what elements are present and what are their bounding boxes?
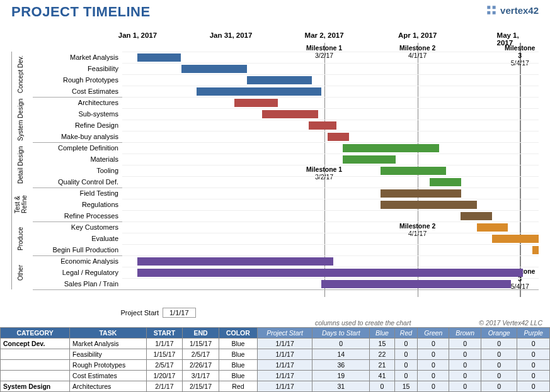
table-cell: 0 <box>517 349 550 360</box>
table-cell: 2/15/17 <box>183 381 219 392</box>
table-subheader: Green <box>418 328 449 339</box>
table-cell: 41 <box>370 371 394 381</box>
table-cell: 0 <box>418 371 449 381</box>
table-cell: 1/1/17 <box>258 339 312 349</box>
table-cell: 1/1/17 <box>146 339 183 349</box>
row-track <box>122 165 539 176</box>
gantt-bar <box>381 167 446 175</box>
table-cell: 0 <box>418 339 449 349</box>
row-label: Cost Estimates <box>33 87 122 95</box>
row-track <box>122 86 539 97</box>
gantt-row: Complete Definition <box>33 142 539 154</box>
table-cell: 0 <box>517 339 550 349</box>
gantt-row: Quality Control Def. <box>33 176 539 188</box>
table-cell: 1/15/17 <box>146 349 183 360</box>
gantt-bar <box>234 99 278 107</box>
gantt-row: Rough Prototypes <box>33 74 539 86</box>
gantt-bar <box>492 235 539 243</box>
gantt-bar <box>343 155 396 164</box>
table-cell: 22 <box>370 349 394 360</box>
table-cell: 0 <box>449 339 481 349</box>
gantt-chart: Jan 1, 2017Jan 31, 2017Mar 2, 2017Apr 1,… <box>11 23 539 300</box>
table-cell: 0 <box>418 349 449 360</box>
group-label: System Design <box>11 97 29 142</box>
gantt-row: Market Analysis <box>33 52 539 63</box>
gantt-bar <box>381 189 461 198</box>
row-label: Refine Processes <box>33 212 122 220</box>
gantt-row: Refine Processes <box>33 210 539 221</box>
axis-tick: Mar 2, 2017 <box>305 31 344 39</box>
table-cell: 1/1/17 <box>258 360 312 371</box>
gantt-bar <box>477 223 508 232</box>
table-cell: 0 <box>481 349 517 360</box>
table-header: TASK <box>70 328 147 339</box>
row-track <box>122 199 539 210</box>
row-track <box>122 244 539 255</box>
logo: vertex42 <box>485 4 539 16</box>
row-track <box>122 154 539 165</box>
table-cell: 0 <box>449 360 481 371</box>
row-label: Market Analysis <box>33 53 122 61</box>
row-label: Economic Analysis <box>33 257 122 265</box>
gantt-row: Cost Estimates <box>33 86 539 97</box>
table-cell: 1/1/17 <box>258 381 312 392</box>
logo-icon <box>485 4 498 16</box>
table-cell: Market Analysis <box>70 339 147 349</box>
copyright: © 2017 Vertex42 LLC <box>479 319 542 327</box>
row-label: Complete Definition <box>33 144 122 152</box>
table-cell: 0 <box>394 339 418 349</box>
group-label: Produce <box>11 221 29 255</box>
gantt-bar <box>321 280 511 288</box>
row-label: Begin Full Production <box>33 246 122 254</box>
group-label: Concept Dev. <box>11 52 29 97</box>
table-cell: 0 <box>312 339 370 349</box>
table-cell: 2/1/17 <box>146 381 183 392</box>
row-label: Evaluate <box>33 235 122 242</box>
row-track <box>122 142 539 154</box>
table-subheader: Red <box>394 328 418 339</box>
axis-tick: Jan 31, 2017 <box>210 31 253 39</box>
table-row: Feasibility1/15/172/5/17Blue1/1/17142200… <box>1 349 550 360</box>
row-label: Rough Prototypes <box>33 76 122 84</box>
columns-note: columns used to create the chart <box>0 319 479 327</box>
table-header: CATEGORY <box>1 328 70 339</box>
row-label: Materials <box>33 155 122 163</box>
row-label: Sub-systems <box>33 110 122 118</box>
row-track <box>122 176 539 188</box>
table-cell: 21 <box>370 360 394 371</box>
row-track <box>122 131 539 142</box>
table-subheader: Orange <box>481 328 517 339</box>
table-cell: Blue <box>219 339 257 349</box>
gantt-row: Make-buy analysis <box>33 131 539 142</box>
table-cell: 31 <box>312 381 370 392</box>
table-cell: Blue <box>219 349 257 360</box>
table-cell: Blue <box>219 371 257 381</box>
row-label: Key Customers <box>33 223 122 231</box>
table-cell: Feasibility <box>70 349 147 360</box>
axis-tick: Apr 1, 2017 <box>398 31 437 39</box>
group-label: Test & Refine <box>11 188 29 221</box>
table-cell: 1/15/17 <box>183 339 219 349</box>
gantt-bar <box>343 144 439 152</box>
table-cell: 1/1/17 <box>258 349 312 360</box>
table-cell: 15 <box>370 339 394 349</box>
table-cell: 0 <box>517 371 550 381</box>
table-cell: 0 <box>517 381 550 392</box>
gantt-row: Feasibility <box>33 63 539 74</box>
axis-tick: Jan 1, 2017 <box>118 31 157 39</box>
table-cell: 2/5/17 <box>183 349 219 360</box>
gantt-bar <box>197 87 321 96</box>
table-cell: 0 <box>418 381 449 392</box>
gantt-row: Legal / Regulatory <box>33 267 539 278</box>
row-label: Feasibility <box>33 65 122 72</box>
gantt-row: Regulations <box>33 199 539 210</box>
gantt-row: Evaluate <box>33 233 539 244</box>
table-cell: Rough Prototypes <box>70 360 147 371</box>
table-cell: 0 <box>481 381 517 392</box>
row-track <box>122 221 539 233</box>
gantt-bar <box>430 178 461 186</box>
gantt-row: Materials <box>33 154 539 165</box>
row-label: Sales Plan / Train <box>33 280 122 288</box>
row-track <box>122 52 539 63</box>
row-track <box>122 108 539 120</box>
